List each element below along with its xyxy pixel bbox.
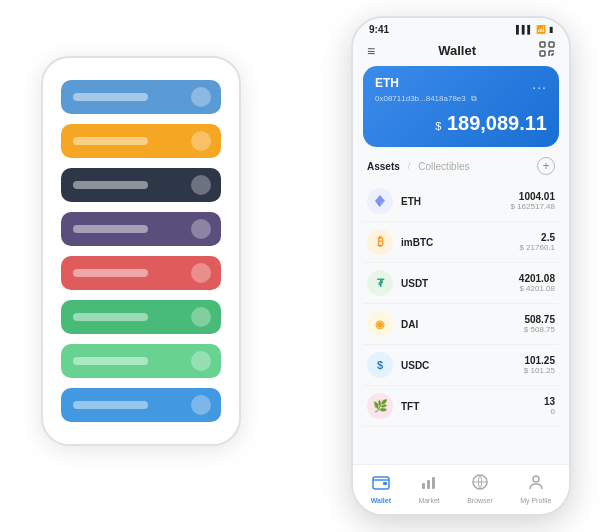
bottom-nav: Wallet Market Browser My Profile: [353, 464, 569, 514]
background-phone: [41, 56, 241, 446]
asset-item-dai[interactable]: ◉ DAI 508.75 $ 508.75: [363, 304, 559, 345]
copy-icon[interactable]: ⧉: [471, 94, 477, 103]
nav-item-browser[interactable]: Browser: [467, 473, 493, 504]
foreground-phone: 9:41 ▌▌▌ 📶 ▮ ≡ Wallet: [351, 16, 571, 516]
asset-amount-eth: 1004.01: [511, 191, 556, 202]
svg-rect-13: [427, 480, 430, 489]
eth-card-balance: $ 189,089.11: [375, 112, 547, 135]
nav-label-profile: My Profile: [520, 497, 551, 504]
svg-rect-14: [432, 477, 435, 489]
asset-name-tft: TFT: [401, 401, 544, 412]
eth-card-more-icon[interactable]: ...: [532, 76, 547, 92]
asset-item-eth[interactable]: ETH 1004.01 $ 162517.48: [363, 181, 559, 222]
eth-card-address: 0x08711d3b...8418a78e3 ⧉: [375, 94, 547, 104]
svg-point-16: [533, 476, 539, 482]
asset-item-usdc[interactable]: $ USDC 101.25 $ 101.25: [363, 345, 559, 386]
nav-item-profile[interactable]: My Profile: [520, 473, 551, 504]
scan-icon[interactable]: [539, 41, 555, 60]
asset-name-eth: ETH: [401, 196, 511, 207]
list-item[interactable]: [61, 80, 221, 114]
add-asset-button[interactable]: +: [537, 157, 555, 175]
asset-usd-eth: $ 162517.48: [511, 202, 556, 211]
asset-amount-tft: 13: [544, 396, 555, 407]
status-bar: 9:41 ▌▌▌ 📶 ▮: [353, 18, 569, 37]
asset-name-dai: DAI: [401, 319, 524, 330]
wallet-nav-icon: [372, 473, 390, 495]
nav-item-market[interactable]: Market: [418, 473, 439, 504]
asset-item-tft[interactable]: 🌿 TFT 13 0: [363, 386, 559, 427]
battery-icon: ▮: [549, 25, 553, 34]
asset-item-imbtc[interactable]: ₿ imBTC 2.5 $ 21760.1: [363, 222, 559, 263]
list-item[interactable]: [61, 168, 221, 202]
list-item[interactable]: [61, 256, 221, 290]
svg-rect-11: [383, 482, 387, 485]
eth-icon: [367, 188, 393, 214]
list-item[interactable]: [61, 124, 221, 158]
page-title: Wallet: [438, 43, 476, 58]
menu-icon[interactable]: ≡: [367, 43, 375, 59]
status-icons: ▌▌▌ 📶 ▮: [516, 25, 553, 34]
asset-amount-imbtc: 2.5: [519, 232, 555, 243]
browser-nav-icon: [471, 473, 489, 495]
list-item[interactable]: [61, 388, 221, 422]
eth-card-coin: ETH: [375, 76, 399, 90]
asset-name-usdt: USDT: [401, 278, 519, 289]
nav-label-browser: Browser: [467, 497, 493, 504]
tab-collectibles[interactable]: Collectibles: [418, 161, 469, 172]
tft-icon: 🌿: [367, 393, 393, 419]
list-item[interactable]: [61, 212, 221, 246]
status-time: 9:41: [369, 24, 389, 35]
svg-rect-0: [540, 42, 545, 47]
tab-assets[interactable]: Assets: [367, 161, 400, 172]
nav-label-wallet: Wallet: [371, 497, 391, 504]
list-item[interactable]: [61, 300, 221, 334]
asset-amount-usdc: 101.25: [524, 355, 555, 366]
eth-card[interactable]: ETH ... 0x08711d3b...8418a78e3 ⧉ $ 189,0…: [363, 66, 559, 147]
svg-rect-12: [422, 483, 425, 489]
asset-list: ETH 1004.01 $ 162517.48 ₿ imBTC 2.5 $ 21…: [353, 181, 569, 464]
asset-usd-usdt: $ 4201.08: [519, 284, 555, 293]
svg-rect-2: [540, 51, 545, 56]
usdt-icon: ₮: [367, 270, 393, 296]
tab-divider: /: [408, 161, 411, 171]
phone-header: ≡ Wallet: [353, 37, 569, 66]
asset-amount-dai: 508.75: [524, 314, 555, 325]
asset-name-imbtc: imBTC: [401, 237, 519, 248]
svg-rect-1: [549, 42, 554, 47]
list-item[interactable]: [61, 344, 221, 378]
nav-label-market: Market: [418, 497, 439, 504]
asset-usd-tft: 0: [544, 407, 555, 416]
market-nav-icon: [420, 473, 438, 495]
asset-item-usdt[interactable]: ₮ USDT 4201.08 $ 4201.08: [363, 263, 559, 304]
profile-nav-icon: [527, 473, 545, 495]
signal-icon: ▌▌▌: [516, 25, 533, 34]
dai-icon: ◉: [367, 311, 393, 337]
nav-item-wallet[interactable]: Wallet: [371, 473, 391, 504]
imbtc-icon: ₿: [367, 229, 393, 255]
asset-usd-usdc: $ 101.25: [524, 366, 555, 375]
usdc-icon: $: [367, 352, 393, 378]
assets-header: Assets / Collectibles +: [353, 155, 569, 181]
asset-amount-usdt: 4201.08: [519, 273, 555, 284]
main-scene: 9:41 ▌▌▌ 📶 ▮ ≡ Wallet: [21, 16, 581, 516]
asset-name-usdc: USDC: [401, 360, 524, 371]
wifi-icon: 📶: [536, 25, 546, 34]
asset-usd-imbtc: $ 21760.1: [519, 243, 555, 252]
asset-usd-dai: $ 508.75: [524, 325, 555, 334]
